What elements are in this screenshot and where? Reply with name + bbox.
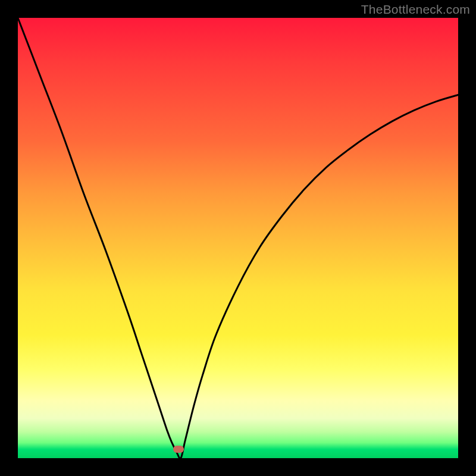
optimal-point-marker (173, 446, 184, 453)
plot-area (18, 18, 458, 458)
bottleneck-curve (18, 18, 458, 458)
watermark-text: TheBottleneck.com (361, 2, 470, 17)
chart-frame: TheBottleneck.com (0, 0, 476, 476)
